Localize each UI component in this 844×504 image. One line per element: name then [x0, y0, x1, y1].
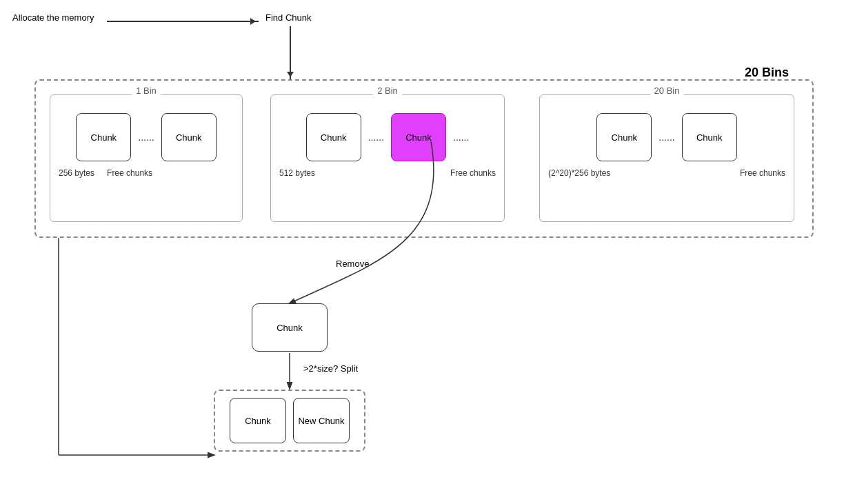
removed-chunk-box: Chunk [252, 303, 328, 352]
bin20-dots: ...... [659, 132, 674, 143]
diagram-container: Allocate the memory Find Chunk 20 Bins 1… [0, 0, 844, 504]
bin2-footer: 512 bytes Free chunks [279, 168, 496, 178]
split-result-container: Chunk New Chunk [214, 390, 365, 452]
remove-label: Remove [336, 259, 369, 269]
bin1-label: 1 Bin [132, 85, 161, 96]
bin1-size: 256 bytes [59, 168, 94, 178]
bin20-chunk1: Chunk [596, 113, 652, 161]
bin1-chunk2: Chunk [161, 113, 217, 161]
findchunk-to-bins-arrow [290, 26, 291, 80]
bins-outer-container: 1 Bin Chunk ...... Chunk 256 bytes Free … [34, 79, 814, 238]
bin2-label: 2 Bin [373, 85, 402, 96]
allocate-to-findchunk-arrow [107, 21, 259, 22]
bin2-dots: ...... [368, 132, 384, 143]
split-chunk2: New Chunk [293, 398, 350, 443]
bin20-footer: (2^20)*256 bytes Free chunks [548, 168, 785, 178]
bin20-label: 20 Bin [650, 85, 684, 96]
bin-section-2: 2 Bin Chunk ...... Chunk ...... 512 byte… [270, 94, 505, 222]
allocate-label: Allocate the memory [12, 12, 94, 23]
bin1-freechunks: Free chunks [107, 168, 152, 178]
arrows-overlay [0, 0, 844, 504]
bin2-chunks-row: Chunk ...... Chunk ...... [279, 113, 496, 161]
bin20-size: (2^20)*256 bytes [548, 168, 610, 178]
bins-title: 20 Bins [745, 65, 789, 80]
bin2-freechunks: Free chunks [450, 168, 496, 178]
bin2-chunk1: Chunk [306, 113, 361, 161]
bin20-freechunks: Free chunks [740, 168, 785, 178]
bin20-chunk2: Chunk [682, 113, 737, 161]
findchunk-label: Find Chunk [265, 12, 311, 23]
bin1-dots: ...... [138, 132, 154, 143]
bin1-footer: 256 bytes Free chunks [59, 168, 234, 178]
bin2-dots2: ...... [453, 132, 469, 143]
bin1-chunk1: Chunk [76, 113, 131, 161]
bin-section-20: 20 Bin Chunk ...... Chunk (2^20)*256 byt… [539, 94, 794, 222]
bin20-chunks-row: Chunk ...... Chunk [548, 113, 785, 161]
bin-section-1: 1 Bin Chunk ...... Chunk 256 bytes Free … [50, 94, 243, 222]
bin2-chunk-highlighted: Chunk [391, 113, 446, 161]
split-chunk1: Chunk [230, 398, 286, 443]
split-label: >2*size? Split [303, 363, 358, 374]
bin2-size: 512 bytes [279, 168, 315, 178]
removed-chunk-label: Chunk [277, 323, 303, 333]
bin1-chunks-row: Chunk ...... Chunk [59, 113, 234, 161]
